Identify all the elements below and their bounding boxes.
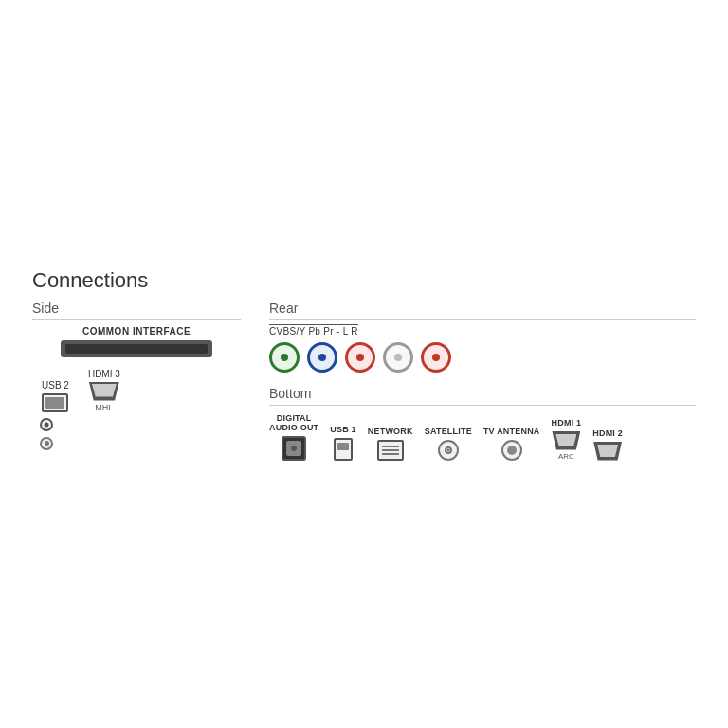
hdmi3-port-icon	[89, 382, 119, 401]
cvbs-label: CVBS/Y Pb Pr - L R	[269, 326, 696, 337]
common-interface-label: COMMON INTERFACE	[32, 326, 241, 337]
hdmi2-label: HDMI 2	[592, 428, 623, 438]
rear-bottom-section: Rear CVBS/Y Pb Pr - L R Bottom DIGI	[269, 300, 696, 461]
hdmi1-port-icon	[552, 431, 580, 450]
network-lines	[382, 446, 399, 455]
rear-section-title: Rear	[269, 300, 696, 320]
hdmi2-connector: HDMI 2	[592, 428, 623, 461]
hdmi2-port-inner	[597, 445, 618, 457]
usb2-port-icon	[42, 393, 68, 412]
rca-row	[269, 342, 696, 373]
satellite-port-icon	[438, 440, 459, 461]
side-section: Side COMMON INTERFACE USB 2 HDMI 3	[32, 300, 241, 450]
satellite-connector: SATELLITE	[425, 427, 472, 461]
usb2-connector: USB 2	[42, 380, 69, 412]
antenna-port-icon	[501, 440, 522, 461]
rca-red-connector	[345, 342, 375, 373]
common-interface-bar	[61, 340, 212, 357]
toslink-inner	[286, 441, 301, 456]
sections-row: Side COMMON INTERFACE USB 2 HDMI 3	[32, 300, 696, 461]
network-connector: NETWORK	[368, 427, 413, 461]
hdmi3-label: HDMI 3	[88, 369, 120, 379]
usb1-label: USB 1	[330, 425, 356, 434]
hdmi2-port-icon	[593, 442, 622, 461]
rca-green-connector	[269, 342, 300, 373]
hdmi1-arc-label: ARC	[558, 452, 574, 461]
hdmi3-sub-label: MHL	[95, 403, 113, 412]
toslink-dot	[291, 446, 297, 451]
network-line-1	[382, 446, 399, 447]
usb1-connector: USB 1	[330, 425, 356, 461]
network-line-2	[382, 449, 399, 451]
network-label: NETWORK	[368, 427, 413, 436]
hdmi3-port-inner	[92, 384, 117, 397]
tv-antenna-label: TV ANTENNA	[483, 427, 540, 436]
side-section-title: Side	[32, 300, 241, 320]
rca-blue-connector	[307, 342, 337, 373]
usb1-port-icon	[334, 438, 353, 461]
page-title: Connections	[32, 268, 696, 293]
network-line-3	[382, 453, 399, 455]
usb2-label: USB 2	[42, 380, 69, 391]
digital-audio-connector: DIGITALAUDIO OUT	[269, 413, 318, 461]
tv-antenna-connector: TV ANTENNA	[483, 427, 540, 461]
hdmi1-port-inner	[555, 434, 576, 446]
headphone-jack-icon	[40, 437, 53, 450]
page: Connections Side COMMON INTERFACE USB 2 …	[0, 0, 728, 728]
hdmi1-connector: HDMI 1 ARC	[552, 418, 582, 461]
headphone-pin	[45, 441, 49, 446]
headphone-row	[32, 418, 241, 431]
bottom-section-title: Bottom	[269, 386, 696, 406]
network-port-icon	[377, 440, 404, 461]
rca-white-connector	[383, 342, 413, 373]
digital-audio-label: DIGITALAUDIO OUT	[269, 413, 318, 432]
satellite-label: SATELLITE	[425, 427, 472, 436]
hdmi3-connector: HDMI 3 MHL	[88, 369, 120, 412]
headphone-icon	[40, 418, 53, 431]
common-interface-bar-inner	[65, 344, 208, 354]
rca-red2-connector	[421, 342, 451, 373]
bottom-row: DIGITALAUDIO OUT USB 1	[269, 413, 696, 461]
satellite-pin	[447, 449, 449, 451]
usb-hdmi-row: USB 2 HDMI 3 MHL	[32, 369, 241, 412]
toslink-port-icon	[282, 436, 306, 461]
satellite-inner	[445, 446, 452, 454]
hdmi1-label: HDMI 1	[552, 418, 582, 428]
antenna-inner	[507, 446, 517, 455]
content: Connections Side COMMON INTERFACE USB 2 …	[23, 249, 705, 480]
headphone-jack-port	[32, 437, 241, 450]
